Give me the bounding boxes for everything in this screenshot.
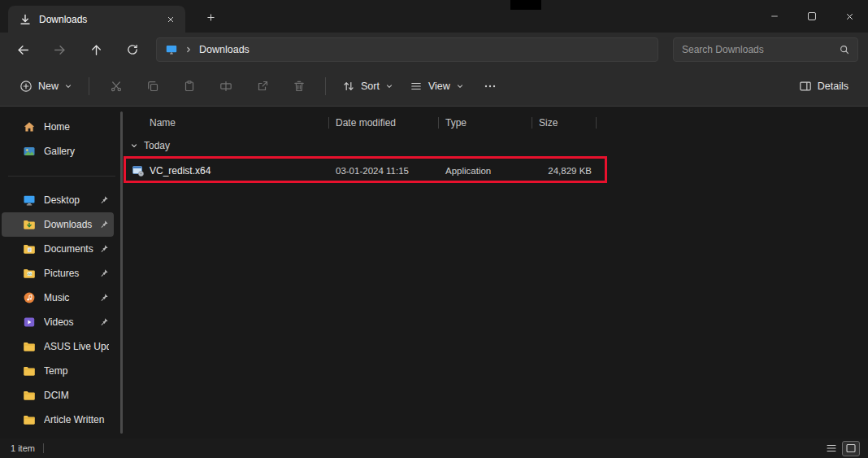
- pictures-icon: [23, 267, 36, 280]
- address-bar[interactable]: Downloads: [156, 37, 658, 62]
- search-input[interactable]: [682, 44, 838, 55]
- new-button[interactable]: New: [11, 72, 80, 100]
- sidebar-item-desktop[interactable]: Desktop: [2, 188, 114, 212]
- sidebar-item-label: Gallery: [44, 146, 109, 157]
- pin-icon: [99, 195, 109, 205]
- plus-circle-icon: [20, 80, 33, 93]
- close-icon[interactable]: [831, 0, 868, 33]
- details-button[interactable]: Details: [791, 72, 857, 100]
- list-view-icon[interactable]: [822, 441, 840, 456]
- delete-button[interactable]: [280, 72, 317, 100]
- forward-icon[interactable]: [46, 37, 72, 63]
- chevron-right-icon: [184, 46, 193, 54]
- rename-button[interactable]: [207, 72, 244, 100]
- back-icon[interactable]: [10, 37, 36, 63]
- file-date-modified: 03-01-2024 11:15: [329, 166, 439, 176]
- file-name-cell[interactable]: VC_redist.x64: [124, 164, 329, 177]
- sidebar-item-label: ASUS Live Upda: [44, 341, 109, 352]
- sidebar-item-music[interactable]: Music: [2, 286, 114, 310]
- sort-icon: [342, 80, 355, 93]
- view-button-label: View: [428, 81, 450, 92]
- sidebar-item-temp[interactable]: Temp: [2, 359, 114, 383]
- rename-icon: [219, 80, 232, 93]
- column-header-label: Type: [445, 117, 467, 129]
- folder-icon: [23, 413, 36, 426]
- search-box[interactable]: [673, 37, 858, 62]
- pin-icon: [99, 317, 109, 327]
- sidebar-item-downloads[interactable]: Downloads: [2, 212, 114, 237]
- pin-icon: [99, 220, 109, 229]
- sidebar-item-asus-live-update[interactable]: ASUS Live Upda: [2, 334, 114, 359]
- divider: [89, 77, 89, 95]
- sort-button[interactable]: Sort: [334, 72, 401, 100]
- view-button[interactable]: View: [401, 72, 472, 100]
- new-button-label: New: [38, 81, 59, 92]
- more-button[interactable]: [472, 72, 509, 100]
- column-header-label: Date modified: [336, 117, 396, 129]
- maximize-icon[interactable]: [793, 0, 831, 33]
- column-header-label: Size: [539, 117, 558, 129]
- group-header-label: Today: [144, 140, 170, 151]
- videos-icon: [23, 316, 36, 329]
- cut-icon: [110, 80, 123, 93]
- sidebar-item-gallery[interactable]: Gallery: [2, 139, 114, 164]
- sort-button-label: Sort: [361, 81, 380, 92]
- sidebar-item-label: Videos: [44, 316, 99, 328]
- breadcrumb-location[interactable]: Downloads: [199, 44, 250, 55]
- sidebar-item-label: Music: [44, 292, 99, 303]
- column-header-label: Name: [150, 117, 176, 129]
- copy-button[interactable]: [134, 72, 171, 100]
- item-count: 1 item: [11, 443, 35, 453]
- pin-icon: [99, 244, 109, 254]
- up-icon[interactable]: [83, 37, 109, 63]
- more-icon: [484, 80, 497, 93]
- sidebar-item-home[interactable]: Home: [2, 115, 114, 139]
- file-size: 24,829 KB: [532, 166, 597, 176]
- pin-icon: [99, 293, 109, 303]
- window-controls: [756, 0, 868, 33]
- titlebar[interactable]: Downloads: [0, 0, 868, 33]
- file-explorer-window: Downloads: [0, 0, 868, 458]
- music-icon: [23, 291, 36, 304]
- chevron-down-icon: [130, 142, 138, 150]
- folder-icon: [23, 389, 36, 402]
- monitor-icon: [165, 43, 178, 56]
- group-header-today[interactable]: Today: [124, 134, 868, 157]
- pin-icon: [99, 268, 109, 278]
- tab-downloads[interactable]: Downloads: [8, 6, 185, 33]
- home-icon: [23, 120, 36, 133]
- sidebar-item-article-written[interactable]: Article Written: [2, 408, 114, 432]
- file-type: Application: [439, 166, 532, 176]
- search-icon[interactable]: [838, 43, 851, 56]
- sidebar-item-dcim[interactable]: DCIM: [2, 383, 114, 408]
- chevron-down-icon: [456, 82, 464, 90]
- column-header-size[interactable]: Size: [532, 111, 597, 134]
- new-tab-button[interactable]: [201, 7, 220, 27]
- cut-button[interactable]: [98, 72, 134, 100]
- file-row[interactable]: VC_redist.x64 03-01-2024 11:15 Applicati…: [124, 159, 612, 183]
- sidebar-item-documents[interactable]: Documents: [2, 237, 114, 261]
- downloads-icon: [23, 218, 36, 231]
- column-header-name[interactable]: Name: [124, 111, 329, 134]
- minimize-icon[interactable]: [756, 0, 793, 33]
- tab-close-icon[interactable]: [163, 11, 179, 28]
- file-name: VC_redist.x64: [150, 165, 210, 177]
- folder-icon: [23, 340, 36, 353]
- sidebar-item-pictures[interactable]: Pictures: [2, 261, 114, 286]
- sidebar-scrollbar[interactable]: [120, 111, 123, 434]
- column-header-date-modified[interactable]: Date modified: [329, 111, 439, 134]
- view-icon: [410, 80, 423, 93]
- column-header-type[interactable]: Type: [439, 111, 532, 134]
- share-button[interactable]: [244, 72, 280, 100]
- paste-icon: [183, 80, 196, 93]
- copy-icon: [146, 80, 159, 93]
- installer-icon: [132, 164, 145, 177]
- sidebar-item-label: Pictures: [44, 268, 99, 279]
- tab-title: Downloads: [39, 14, 163, 25]
- sidebar-item-videos[interactable]: Videos: [2, 310, 114, 334]
- paste-button[interactable]: [171, 72, 207, 100]
- navigation-bar: Downloads: [0, 33, 868, 67]
- sidebar: Home Gallery Desktop: [0, 107, 124, 438]
- thumbnail-view-icon[interactable]: [842, 441, 860, 456]
- refresh-icon[interactable]: [119, 37, 145, 63]
